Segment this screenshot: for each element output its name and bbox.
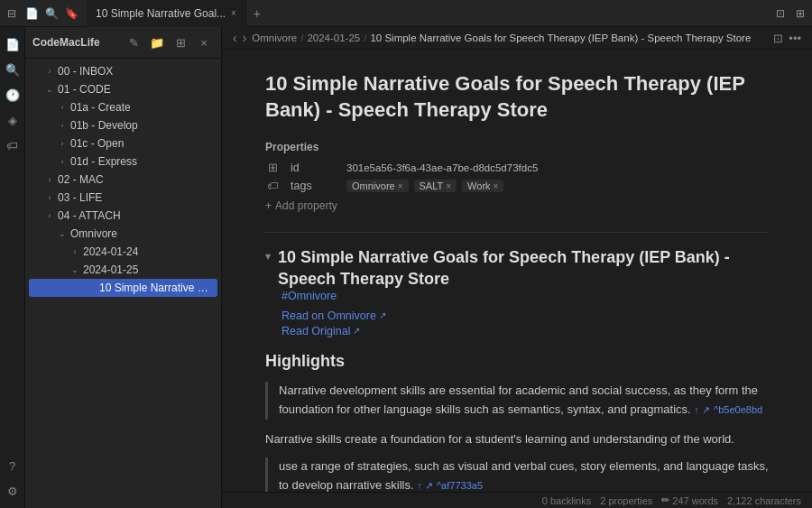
read-on-omnivore-link[interactable]: Read on Omnivore ↗ (281, 309, 769, 322)
tag-label: Omnivore (352, 180, 395, 191)
window-icon[interactable]: ⊡ (772, 5, 789, 22)
highlight-block-1: Narrative development skills are essenti… (265, 382, 769, 420)
sidebar-item-code[interactable]: ⌄ 01 - CODE (25, 80, 221, 98)
highlight-id-2: ^af7733a5 (437, 480, 483, 491)
doc-hashtag[interactable]: #Omnivore (281, 290, 769, 302)
sidebar-item-label: 02 - MAC (58, 173, 104, 186)
link-label: Read Original (281, 325, 350, 337)
arrow-icon: › (43, 65, 56, 78)
tag-salt[interactable]: SALT × (414, 180, 457, 192)
breadcrumb: Omnivore / 2024-01-25 / 10 Simple Narrat… (252, 32, 768, 43)
external-link-icon: ↗ (353, 326, 360, 336)
sidebar-item-label: 01 - CODE (58, 83, 111, 96)
tag-remove-icon[interactable]: × (494, 181, 499, 191)
add-property-button[interactable]: + Add property (265, 198, 769, 214)
sidebar-item-express[interactable]: › 01d - Express (25, 152, 221, 171)
chars-status: 2,122 characters (727, 495, 801, 506)
tab-close-button[interactable]: × (231, 8, 236, 18)
more-options-icon[interactable]: ••• (789, 32, 801, 45)
page-title: 10 Simple Narrative Goals for Speech The… (265, 71, 769, 123)
add-property-label: Add property (275, 199, 337, 212)
highlight-text-2: use a range of strategies, such as visua… (279, 457, 769, 492)
tag-list: Omnivore × SALT × Work × (346, 180, 503, 192)
sidebar-item-omnivore[interactable]: ⌄ Omnivore (25, 225, 221, 243)
doc-title-section: ▾ 10 Simple Narrative Goals for Speech T… (265, 247, 769, 337)
help-rail-icon[interactable]: ? (3, 456, 23, 476)
tag-remove-icon[interactable]: × (398, 181, 403, 191)
bookmark-icon[interactable]: 🔖 (63, 5, 79, 22)
sidebar-item-date1[interactable]: › 2024-01-24 (25, 243, 221, 261)
search-icon[interactable]: 🔍 (43, 5, 60, 22)
sidebar: CodeMacLife ✎ 📁 ⊞ × › 00 - INBOX ⌄ 01 - … (25, 27, 222, 508)
read-original-link[interactable]: Read Original ↗ (281, 325, 769, 337)
sidebar-item-attach[interactable]: › 04 - ATTACH (25, 207, 221, 225)
sidebar-item-create[interactable]: › 01a - Create (25, 98, 221, 116)
sidebar-tree: › 00 - INBOX ⌄ 01 - CODE › 01a - Create … (25, 59, 221, 508)
sidebar-item-develop[interactable]: › 01b - Develop (25, 116, 221, 134)
icon-rail: 📄 🔍 🕐 ◈ 🏷 ? ⚙ (0, 27, 25, 508)
highlight-id-1: ^b5e0e8bd (714, 404, 762, 415)
highlight-link-1[interactable]: ↗ (702, 404, 710, 415)
breadcrumb-omnivore[interactable]: Omnivore (252, 32, 297, 43)
tag-work[interactable]: Work × (462, 180, 503, 192)
tag-rail-icon[interactable]: 🏷 (3, 135, 23, 155)
breadcrumb-current[interactable]: 10 Simple Narrative Goals for Speech The… (370, 32, 751, 43)
doc-title-toggle: ▾ 10 Simple Narrative Goals for Speech T… (265, 247, 769, 290)
id-value: 301e5a56-3f6a-43ae-a7be-d8dc5d73fdc5 (346, 162, 538, 173)
graph-rail-icon[interactable]: ◈ (3, 110, 23, 130)
settings-rail-icon[interactable]: ⚙ (3, 481, 23, 501)
new-tab-button[interactable]: + (246, 3, 268, 24)
tag-remove-icon[interactable]: × (446, 181, 451, 191)
sidebar-toggle-icon[interactable]: ⊟ (4, 5, 20, 22)
arrow-icon: › (56, 137, 69, 150)
sidebar-item-label: 01c - Open (70, 137, 124, 150)
sidebar-item-open[interactable]: › 01c - Open (25, 134, 221, 152)
page-content: 10 Simple Narrative Goals for Speech The… (222, 50, 812, 492)
highlight-ref-2[interactable]: ↑ (417, 480, 422, 491)
tags-icon: 🏷 (265, 180, 280, 192)
tab-bar-right: ⊡ ⊞ (772, 5, 808, 22)
forward-button[interactable]: › (243, 31, 247, 45)
tab-label: 10 Simple Narrative Goal... (96, 7, 226, 20)
search-rail-icon[interactable]: 🔍 (3, 60, 23, 79)
highlights-heading: Highlights (265, 352, 769, 371)
sidebar-item-label: 03 - LIFE (58, 191, 102, 204)
sort-icon[interactable]: ⊞ (171, 32, 190, 52)
tab-bar-left: ⊟ 📄 🔍 🔖 (4, 5, 79, 22)
status-bar: 0 backlinks 2 properties ✏ 247 words 2,1… (222, 492, 812, 508)
files-icon[interactable]: 📄 (23, 5, 40, 22)
files-rail-icon[interactable]: 📄 (3, 34, 23, 54)
plus-icon: + (265, 199, 272, 212)
breadcrumb-date[interactable]: 2024-01-25 (307, 32, 360, 43)
sidebar-item-inbox[interactable]: › 00 - INBOX (25, 62, 221, 80)
properties-section: Properties ⊞ id 301e5a56-3f6a-43ae-a7be-… (265, 141, 769, 214)
tag-omnivore[interactable]: Omnivore × (346, 180, 409, 192)
words-label: 247 words (672, 495, 718, 506)
panel-icon[interactable]: ⊞ (792, 5, 808, 22)
clock-rail-icon[interactable]: 🕐 (3, 85, 23, 105)
toggle-arrow-icon[interactable]: ▾ (265, 250, 271, 263)
sidebar-item-date2[interactable]: ⌄ 2024-01-25 (25, 261, 221, 279)
nav-bar: ‹ › Omnivore / 2024-01-25 / 10 Simple Na… (222, 27, 812, 50)
highlight-ref-1[interactable]: ↑ (694, 404, 699, 415)
active-tab[interactable]: 10 Simple Narrative Goal... × (87, 0, 246, 27)
section-divider (265, 232, 769, 233)
property-row-tags: 🏷 tags Omnivore × SALT × Work (265, 180, 769, 192)
sidebar-item-mac[interactable]: › 02 - MAC (25, 171, 221, 189)
sidebar-item-label: 04 - ATTACH (58, 209, 121, 222)
back-button[interactable]: ‹ (233, 31, 237, 45)
sidebar-item-label: Omnivore (70, 227, 117, 240)
main-layout: 📄 🔍 🕐 ◈ 🏷 ? ⚙ CodeMacLife ✎ 📁 ⊞ × › 00 -… (0, 27, 812, 508)
new-note-icon[interactable]: ✎ (124, 32, 143, 52)
app-name: CodeMacLife (32, 36, 120, 49)
sidebar-item-label: 01d - Express (70, 155, 137, 168)
new-folder-icon[interactable]: 📁 (147, 32, 167, 52)
highlight-link-2[interactable]: ↗ (425, 480, 433, 491)
sidebar-item-life[interactable]: › 03 - LIFE (25, 189, 221, 207)
plain-text-1: Narrative skills create a foundation for… (265, 430, 769, 449)
sidebar-item-active-note[interactable]: 10 Simple Narrative Goals for Sp... (29, 279, 217, 297)
reading-mode-icon[interactable]: ⊡ (773, 32, 783, 45)
sidebar-close-icon[interactable]: × (194, 32, 214, 52)
arrow-icon: › (43, 209, 56, 222)
arrow-icon: ⌄ (56, 227, 69, 240)
